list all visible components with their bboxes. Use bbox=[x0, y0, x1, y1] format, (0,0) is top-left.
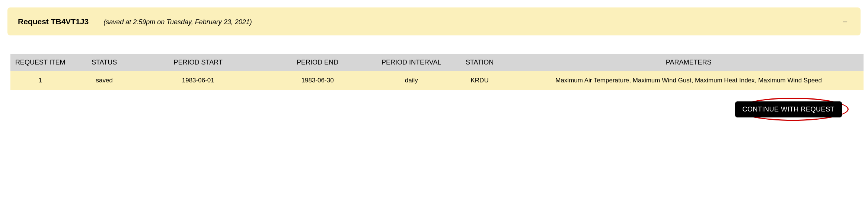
cell-status: saved bbox=[70, 71, 138, 90]
cell-period-start: 1983-06-01 bbox=[138, 71, 258, 90]
button-row: CONTINUE WITH REQUEST bbox=[7, 101, 861, 117]
col-header-station: STATION bbox=[446, 54, 514, 71]
cell-parameters: Maximum Air Temperature, Maximum Wind Gu… bbox=[514, 71, 864, 90]
cell-station: KRDU bbox=[446, 71, 514, 90]
cell-period-interval: daily bbox=[377, 71, 446, 90]
col-header-period-end: PERIOD END bbox=[258, 54, 377, 71]
request-header-left: Request TB4VT1J3 (saved at 2:59pm on Tue… bbox=[18, 17, 252, 26]
cell-period-end: 1983-06-30 bbox=[258, 71, 377, 90]
table-row: 1 saved 1983-06-01 1983-06-30 daily KRDU… bbox=[10, 71, 864, 90]
continue-with-request-button[interactable]: CONTINUE WITH REQUEST bbox=[735, 101, 842, 117]
request-saved-text: (saved at 2:59pm on Tuesday, February 23… bbox=[103, 18, 252, 26]
col-header-parameters: PARAMETERS bbox=[514, 54, 864, 71]
collapse-icon[interactable]: – bbox=[840, 16, 850, 27]
col-header-status: STATUS bbox=[70, 54, 138, 71]
col-header-period-start: PERIOD START bbox=[138, 54, 258, 71]
request-title: Request TB4VT1J3 bbox=[18, 17, 89, 26]
request-table: REQUEST ITEM STATUS PERIOD START PERIOD … bbox=[10, 54, 864, 90]
col-header-period-interval: PERIOD INTERVAL bbox=[377, 54, 446, 71]
table-header-row: REQUEST ITEM STATUS PERIOD START PERIOD … bbox=[10, 54, 864, 71]
cell-item: 1 bbox=[10, 71, 70, 90]
col-header-item: REQUEST ITEM bbox=[10, 54, 70, 71]
request-header: Request TB4VT1J3 (saved at 2:59pm on Tue… bbox=[7, 7, 861, 35]
